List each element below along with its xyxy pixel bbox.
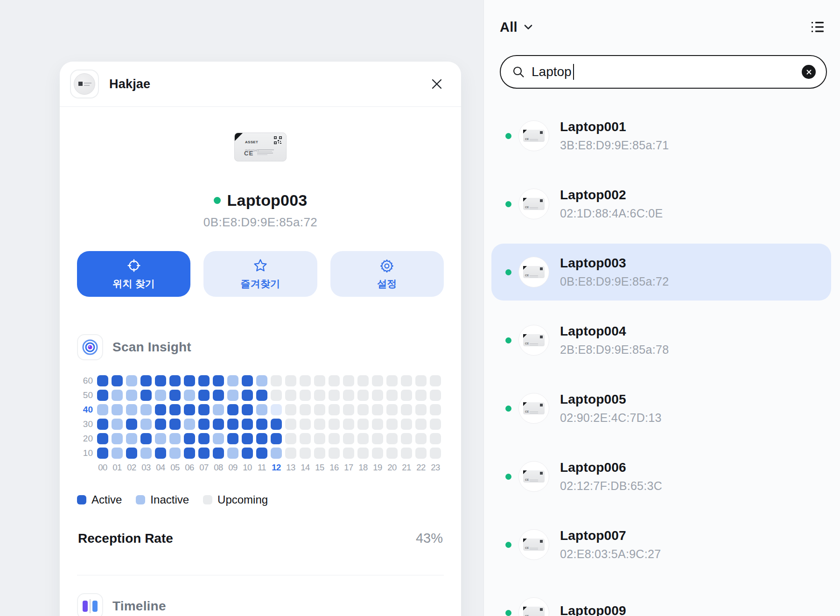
heatmap-cell [213, 390, 224, 401]
heatmap-cell [213, 419, 224, 430]
heatmap-cell [372, 433, 383, 444]
heatmap-cell [97, 375, 108, 386]
asset-tag-image: ASSET INSIGHT CE [234, 133, 287, 161]
heatmap-row-label: 20 [77, 434, 93, 444]
device-avatar: CE [518, 529, 549, 560]
close-icon [430, 77, 444, 91]
search-bar[interactable]: Laptop [500, 55, 827, 89]
device-list-item[interactable]: CE Laptop002 02:1D:88:4A:6C:0E [500, 175, 827, 232]
heatmap-col-label: 16 [329, 462, 340, 473]
heatmap-cell [314, 419, 325, 430]
heatmap-cell [155, 375, 166, 386]
heatmap-cell [415, 419, 427, 430]
heatmap-row-label: 40 [77, 405, 93, 415]
heatmap-row-label: 10 [77, 448, 93, 458]
scan-insight-header: Scan Insight [77, 334, 444, 360]
find-location-button[interactable]: 위치 찾기 [77, 251, 190, 297]
heatmap-cell [227, 390, 238, 401]
scan-insight-icon-box [77, 334, 103, 360]
gear-icon [379, 258, 394, 273]
device-mac: 02:12:7F:DB:65:3C [560, 479, 662, 493]
device-list-item[interactable]: CE Laptop005 02:90:2E:4C:7D:13 [500, 380, 827, 437]
heatmap-cell [271, 390, 282, 401]
device-avatar: CE [518, 189, 549, 219]
device-list-item[interactable]: CE Laptop003 0B:E8:D9:9E:85a:72 [491, 244, 831, 301]
heatmap-cell [198, 404, 210, 415]
heatmap-cell [97, 390, 108, 401]
device-list-item[interactable]: CE Laptop007 02:E8:03:5A:9C:27 [500, 516, 827, 573]
heatmap-cell [155, 448, 166, 459]
device-name-row: Laptop003 [77, 191, 444, 210]
heatmap-cell [126, 433, 137, 444]
heatmap-col-label: 00 [97, 462, 108, 473]
heatmap-cell [386, 448, 398, 459]
status-dot [505, 337, 511, 343]
crosshair-icon [126, 258, 141, 273]
heatmap-cell [401, 433, 412, 444]
device-name: Laptop007 [560, 528, 661, 543]
filter-dropdown[interactable]: All [500, 20, 533, 35]
status-dot [505, 474, 511, 480]
heatmap-cell [112, 433, 123, 444]
device-list-item[interactable]: CE Laptop009 [500, 584, 827, 616]
heatmap-cell [300, 433, 311, 444]
heatmap-cell [198, 419, 210, 430]
device-name: Laptop002 [560, 188, 663, 203]
heatmap-cell [285, 433, 296, 444]
device-list-item[interactable]: CE Laptop004 2B:E8:D9:9E:85a:78 [500, 312, 827, 369]
heatmap-cell [97, 404, 108, 415]
heatmap-col-label: 12 [271, 462, 282, 473]
heatmap-cell [97, 419, 108, 430]
heatmap-cell [271, 419, 282, 430]
heatmap-cell [401, 419, 412, 430]
asset-tag-mini-image: CE [523, 266, 545, 278]
heatmap-cell [430, 433, 441, 444]
clear-search-button[interactable] [802, 65, 816, 79]
legend-swatch [77, 495, 86, 504]
heatmap-col-label: 09 [227, 462, 238, 473]
device-mac: 3B:E8:D9:9E:85a:71 [560, 139, 669, 152]
heatmap-col-label: 10 [242, 462, 253, 473]
heatmap-cell [126, 419, 137, 430]
heatmap-cell [242, 390, 253, 401]
device-name: Laptop001 [560, 119, 669, 134]
settings-button[interactable]: 설정 [330, 251, 444, 297]
device-mac: 0B:E8:D9:9E:85a:72 [77, 215, 444, 230]
list-view-button[interactable] [808, 18, 827, 36]
heatmap-cell [285, 375, 296, 386]
heatmap-row-label: 60 [77, 376, 93, 386]
heatmap-cell [155, 419, 166, 430]
heatmap-legend: ActiveInactiveUpcoming [77, 493, 444, 506]
device-name: Laptop003 [560, 256, 669, 271]
heatmap-cell [372, 448, 383, 459]
device-name: Laptop009 [560, 603, 626, 616]
device-mac: 0B:E8:D9:9E:85a:72 [560, 275, 669, 288]
asset-tag-mini-image: CE [523, 402, 545, 414]
heatmap-cell [140, 404, 152, 415]
device-list-item[interactable]: CE Laptop006 02:12:7F:DB:65:3C [500, 448, 827, 505]
device-list-item[interactable]: CE Laptop001 3B:E8:D9:9E:85a:71 [500, 107, 827, 164]
reception-rate-label: Reception Rate [78, 531, 173, 546]
heatmap-cell [242, 448, 253, 459]
close-button[interactable] [427, 75, 446, 93]
heatmap-cell [198, 433, 210, 444]
heatmap-col-label: 18 [357, 462, 369, 473]
heatmap-cell [415, 433, 427, 444]
search-input-value[interactable]: Laptop [532, 64, 572, 79]
heatmap-cell [227, 433, 238, 444]
heatmap-cell [256, 433, 267, 444]
heatmap-cell [415, 448, 427, 459]
heatmap-cell [386, 419, 398, 430]
scan-insight-title: Scan Insight [112, 340, 191, 355]
heatmap-cell [343, 390, 354, 401]
heatmap-col-label: 22 [415, 462, 427, 473]
device-mac: 02:E8:03:5A:9C:27 [560, 547, 661, 561]
scan-heatmap: 6050403020100001020304050607080910111213… [77, 375, 444, 473]
heatmap-cell [155, 390, 166, 401]
favorite-button[interactable]: 즐겨찾기 [203, 251, 317, 297]
heatmap-cell [242, 375, 253, 386]
status-dot [505, 610, 511, 616]
heatmap-cell [256, 448, 267, 459]
heatmap-cell [386, 390, 398, 401]
heatmap-cell [184, 375, 195, 386]
